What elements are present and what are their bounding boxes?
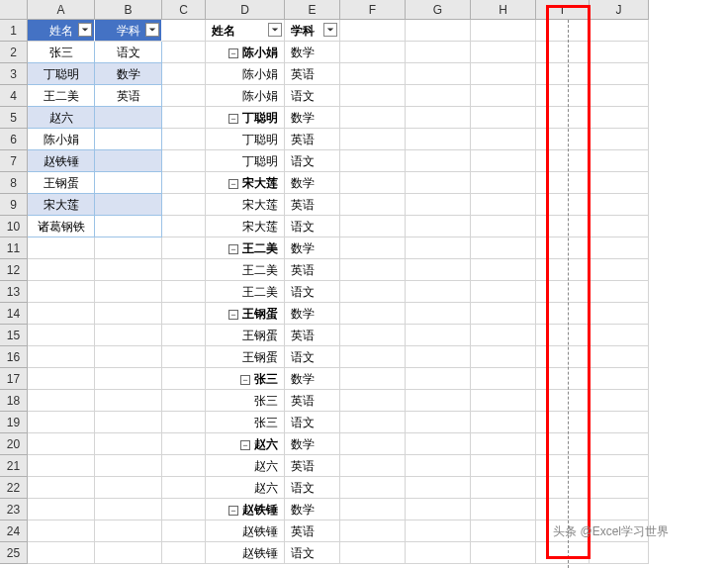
cell[interactable] [28, 521, 95, 542]
col-header-E[interactable]: E [285, 0, 340, 20]
row-header-11[interactable]: 11 [0, 237, 28, 259]
cell[interactable] [471, 194, 536, 216]
cell[interactable]: 学科 [285, 20, 340, 42]
cell[interactable] [28, 477, 95, 499]
cell[interactable] [162, 412, 206, 433]
cell[interactable] [471, 172, 536, 194]
cell[interactable] [340, 521, 406, 542]
cell[interactable] [471, 63, 536, 85]
cell[interactable] [406, 259, 471, 281]
cell[interactable]: −张三 [206, 368, 285, 390]
cell[interactable] [406, 390, 471, 412]
cell[interactable] [590, 499, 649, 521]
cell[interactable] [340, 390, 406, 412]
cell[interactable] [471, 433, 536, 455]
cell[interactable] [471, 85, 536, 107]
cell[interactable] [590, 194, 649, 216]
cell[interactable] [340, 107, 406, 129]
cell[interactable] [471, 107, 536, 129]
cell[interactable] [340, 325, 406, 346]
filter-dropdown-icon[interactable] [78, 23, 92, 37]
pivot-subject-cell[interactable]: 语文 [285, 150, 340, 172]
cell[interactable]: 王钢蛋 [206, 325, 285, 346]
cell[interactable]: 王二美 [206, 281, 285, 303]
cell[interactable] [95, 325, 162, 346]
row-header-25[interactable]: 25 [0, 542, 28, 564]
collapse-icon[interactable]: − [240, 375, 250, 385]
cell[interactable]: 张三 [206, 390, 285, 412]
collapse-icon[interactable]: − [228, 310, 238, 320]
cell[interactable] [162, 237, 206, 259]
cell[interactable] [536, 281, 590, 303]
row-header-5[interactable]: 5 [0, 107, 28, 129]
row-header-16[interactable]: 16 [0, 346, 28, 368]
cell[interactable] [406, 85, 471, 107]
cell[interactable] [471, 346, 536, 368]
col-header-I[interactable]: I [536, 0, 590, 20]
cell[interactable] [340, 412, 406, 433]
cell[interactable] [536, 455, 590, 477]
cell[interactable] [406, 107, 471, 129]
pivot-subject-cell[interactable]: 语文 [285, 477, 340, 499]
table-row[interactable] [95, 107, 162, 129]
cell[interactable] [406, 281, 471, 303]
cell[interactable] [536, 499, 590, 521]
cell[interactable] [406, 499, 471, 521]
cell[interactable] [406, 521, 471, 542]
cell[interactable] [471, 216, 536, 237]
cell[interactable]: 王二美 [206, 259, 285, 281]
cell[interactable]: 丁聪明 [206, 129, 285, 150]
cell[interactable] [340, 433, 406, 455]
cell[interactable] [406, 194, 471, 216]
row-header-22[interactable]: 22 [0, 477, 28, 499]
cell[interactable] [95, 542, 162, 564]
cell[interactable] [590, 63, 649, 85]
cell[interactable] [406, 42, 471, 63]
table-row[interactable] [95, 129, 162, 150]
cell[interactable] [28, 325, 95, 346]
cell[interactable] [28, 499, 95, 521]
cell[interactable] [536, 216, 590, 237]
col-header-G[interactable]: G [406, 0, 471, 20]
cell[interactable] [95, 455, 162, 477]
row-header-21[interactable]: 21 [0, 455, 28, 477]
cell[interactable] [471, 542, 536, 564]
row-header-20[interactable]: 20 [0, 433, 28, 455]
cell[interactable] [536, 368, 590, 390]
cell[interactable] [340, 42, 406, 63]
cell[interactable]: 张三 [206, 412, 285, 433]
cell[interactable] [471, 129, 536, 150]
cell[interactable] [536, 150, 590, 172]
cell[interactable] [590, 433, 649, 455]
cell[interactable] [590, 85, 649, 107]
cell[interactable]: −陈小娟 [206, 42, 285, 63]
cell[interactable] [590, 216, 649, 237]
cell[interactable] [471, 20, 536, 42]
cell[interactable] [95, 237, 162, 259]
cell[interactable] [536, 259, 590, 281]
cell[interactable] [28, 237, 95, 259]
cell[interactable] [28, 368, 95, 390]
table-row[interactable] [95, 150, 162, 172]
cell[interactable] [28, 433, 95, 455]
cell[interactable] [162, 172, 206, 194]
cell[interactable] [162, 433, 206, 455]
row-header-3[interactable]: 3 [0, 63, 28, 85]
cell[interactable] [406, 303, 471, 325]
cell[interactable] [162, 325, 206, 346]
cell[interactable] [162, 521, 206, 542]
cell[interactable]: 姓名 [206, 20, 285, 42]
cell[interactable] [536, 20, 590, 42]
cell[interactable] [471, 42, 536, 63]
cell[interactable] [162, 390, 206, 412]
pivot-subject-cell[interactable]: 数学 [285, 303, 340, 325]
cell[interactable]: 赵六 [206, 477, 285, 499]
col-header-D[interactable]: D [206, 0, 285, 20]
col-header-F[interactable]: F [340, 0, 406, 20]
cell[interactable] [95, 499, 162, 521]
cell[interactable] [406, 150, 471, 172]
cell[interactable] [590, 259, 649, 281]
cell[interactable] [95, 412, 162, 433]
pivot-subject-cell[interactable]: 数学 [285, 499, 340, 521]
cell[interactable] [340, 346, 406, 368]
